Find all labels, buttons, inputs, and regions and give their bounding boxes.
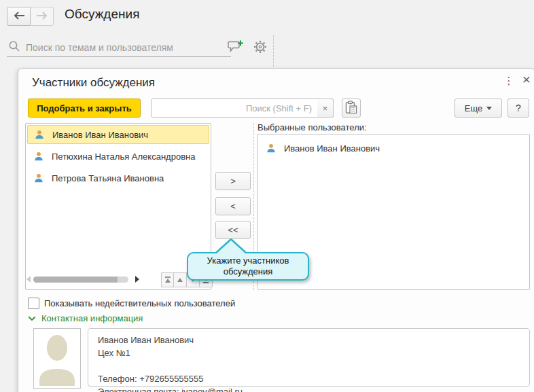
tooltip-pointer xyxy=(213,238,248,255)
help-button[interactable]: ? xyxy=(508,99,529,118)
settings-button[interactable] xyxy=(251,39,269,56)
contact-name: Иванов Иван Иванович xyxy=(98,334,520,346)
forward-button[interactable] xyxy=(31,7,54,26)
go-up-button[interactable] xyxy=(174,272,187,287)
user-name: Петрова Татьяна Ивановна xyxy=(52,173,164,183)
available-users-list[interactable]: Иванов Иван Иванович Петюхина Наталья Ал… xyxy=(25,123,211,290)
close-icon[interactable]: × xyxy=(520,73,533,86)
history-nav xyxy=(7,7,54,26)
search-icon xyxy=(8,40,20,54)
available-user-row[interactable]: Петрова Татьяна Ивановна xyxy=(27,168,209,188)
chevron-down-icon xyxy=(486,107,492,110)
paste-button[interactable] xyxy=(342,99,361,118)
forward-arrow-icon xyxy=(36,12,48,22)
page-title: Обсуждения xyxy=(65,7,139,22)
back-button[interactable] xyxy=(7,7,31,26)
add-selected-button[interactable]: > xyxy=(215,172,251,190)
gear-icon xyxy=(253,40,267,56)
scrollbar-thumb-end xyxy=(118,277,128,283)
back-arrow-icon xyxy=(13,12,25,22)
selected-user-row[interactable]: Иванов Иван Иванович xyxy=(260,139,528,158)
search-clear-button[interactable]: × xyxy=(317,99,334,118)
available-user-row[interactable]: Петюхина Наталья Александровна xyxy=(27,147,209,166)
app-window: Обсуждения Поиск по темам и пользователя… xyxy=(0,0,534,392)
scroll-left-icon[interactable] xyxy=(26,276,31,283)
contact-details: Иванов Иван Иванович Цех №1 Телефон: +79… xyxy=(88,328,530,387)
clipboard-icon xyxy=(345,101,357,116)
dialog-search-input[interactable] xyxy=(151,99,318,118)
topic-search-field[interactable]: Поиск по темам и пользователям xyxy=(7,38,231,57)
go-first-button[interactable] xyxy=(161,272,174,287)
remove-selected-button[interactable]: < xyxy=(215,197,251,215)
scroll-right-icon[interactable] xyxy=(135,276,139,283)
chat-add-icon xyxy=(228,39,244,56)
contact-phone: Телефон: +792655555555 xyxy=(98,372,520,385)
contact-info-header[interactable]: Контактная информация xyxy=(28,313,143,323)
tooltip: Укажите участников обсуждения xyxy=(187,252,309,281)
pick-and-close-button[interactable]: Подобрать и закрыть xyxy=(28,99,141,118)
contact-info-label: Контактная информация xyxy=(41,313,143,323)
show-invalid-checkbox[interactable] xyxy=(28,298,39,309)
available-user-row[interactable]: Иванов Иван Иванович xyxy=(27,125,209,144)
participants-dialog: Участники обсуждения ⋮ × Подобрать и зак… xyxy=(18,68,534,392)
user-icon xyxy=(34,152,43,161)
remove-all-button[interactable]: << xyxy=(215,221,251,239)
person-silhouette-icon xyxy=(35,329,79,388)
user-icon xyxy=(35,130,44,139)
more-button[interactable]: Еще xyxy=(455,99,502,118)
avatar xyxy=(33,328,81,389)
selected-users-label: Выбранные пользователи: xyxy=(257,122,367,132)
toolbar-separator xyxy=(273,35,274,67)
user-icon xyxy=(266,143,276,153)
user-name: Иванов Иван Иванович xyxy=(52,130,148,140)
more-button-label: Еще xyxy=(465,103,482,113)
user-name: Иванов Иван Иванович xyxy=(284,143,380,154)
topic-search-placeholder: Поиск по темам и пользователям xyxy=(26,42,173,53)
dialog-menu-icon[interactable]: ⋮ xyxy=(503,75,514,87)
horizontal-scrollbar[interactable] xyxy=(26,274,162,284)
scrollbar-thumb[interactable] xyxy=(33,277,120,283)
user-icon xyxy=(34,173,43,183)
new-discussion-button[interactable] xyxy=(227,39,245,56)
dialog-title: Участники обсуждения xyxy=(32,76,155,90)
contact-email: Электронная почта: ivanov@mail.ru xyxy=(98,385,520,392)
user-name: Петюхина Наталья Александровна xyxy=(52,152,195,162)
show-invalid-label: Показывать недействительных пользователе… xyxy=(44,298,235,308)
contact-department: Цех №1 xyxy=(98,346,520,359)
chevron-down-icon xyxy=(28,313,36,323)
